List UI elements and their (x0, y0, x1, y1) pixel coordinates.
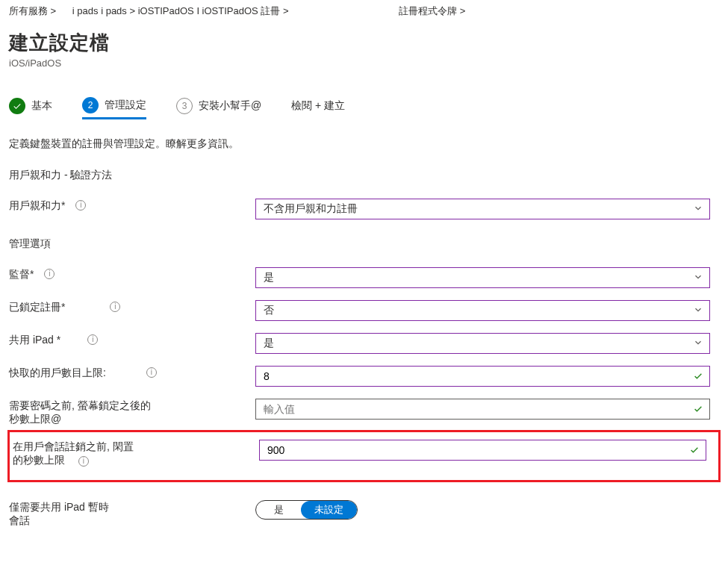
chevron-down-icon (693, 272, 703, 282)
breadcrumb-item-all-services[interactable]: 所有服務 > (9, 4, 56, 18)
breadcrumb-item-token[interactable]: 註冊程式令牌 > (399, 4, 465, 18)
info-icon[interactable]: i (146, 367, 157, 378)
info-icon[interactable]: i (78, 456, 89, 467)
checkmark-icon (693, 404, 703, 414)
chevron-down-icon (693, 305, 703, 315)
step-number-icon: 3 (176, 98, 193, 114)
chevron-down-icon (693, 337, 703, 348)
tab-basics[interactable]: 基本 (9, 93, 52, 119)
step-number-icon: 2 (82, 97, 99, 113)
temporary-session-toggle[interactable]: 是 未設定 (255, 500, 358, 520)
breadcrumb: 所有服務 > i pads i pads > iOSTIPadOS I iOST… (7, 4, 721, 25)
field-label-line2: 會話 (9, 514, 30, 526)
info-icon[interactable]: i (110, 302, 120, 312)
field-label: 快取的用戶數目上限: (9, 366, 106, 379)
check-icon (9, 98, 25, 114)
row-shared-ipad: 共用 iPad * i 是 (7, 328, 721, 361)
row-max-cached-users: 快取的用戶數目上限: i (7, 361, 721, 394)
info-icon[interactable]: i (75, 200, 86, 211)
step-tabs: 基本 2 管理設定 3 安裝小幫手@ 檢閱 + 建立 (7, 93, 721, 119)
field-label: 已鎖定註冊* (9, 300, 65, 314)
locked-enrollment-select[interactable]: 否 (255, 300, 710, 321)
select-value: 否 (264, 304, 274, 317)
idle-seconds-input[interactable] (267, 441, 682, 459)
max-cached-users-input[interactable] (264, 367, 685, 385)
toggle-option-yes[interactable]: 是 (256, 501, 301, 519)
select-value: 是 (264, 337, 274, 350)
tab-label: 檢閱 + 建立 (291, 99, 345, 113)
tab-setup-assistant[interactable]: 3 安裝小幫手@ (176, 93, 261, 119)
chevron-down-icon (693, 203, 703, 213)
breadcrumb-item-ios-enrollment[interactable]: i pads i pads > iOSTIPadOS I iOSTIPadOS … (72, 4, 289, 18)
select-value: 不含用戶親和力註冊 (264, 202, 358, 216)
row-user-affinity: 用戶親和力* i 不含用戶親和力註冊 (7, 194, 721, 227)
tab-label: 基本 (31, 99, 52, 113)
tab-label: 管理設定 (105, 99, 146, 112)
tab-review-create[interactable]: 檢閱 + 建立 (291, 93, 345, 119)
field-label-line2: 的秒數上限 (13, 454, 65, 466)
section-header-management: 管理選項 (7, 227, 721, 263)
row-supervised: 監督* i 是 (7, 263, 721, 296)
info-icon[interactable]: i (87, 334, 98, 345)
field-label: 共用 iPad * (9, 333, 60, 346)
row-temporary-session-only: 僅需要共用 iPad 暫時 會話 是 未設定 (7, 496, 721, 531)
checkmark-icon (693, 371, 703, 381)
lock-screen-seconds-input-wrap (255, 399, 710, 420)
checkmark-icon (689, 445, 700, 455)
supervised-select[interactable]: 是 (255, 267, 710, 288)
user-affinity-select[interactable]: 不含用戶親和力註冊 (255, 199, 710, 219)
toggle-option-unset[interactable]: 未設定 (301, 501, 357, 519)
info-icon[interactable]: i (44, 269, 55, 279)
field-label: 監督* (9, 267, 34, 281)
page-subtitle: iOS/iPadOS (7, 57, 721, 93)
section-description: 定義鍵盤裝置的註冊與管理設定。瞭解更多資訊。 (7, 137, 721, 169)
row-lock-screen-seconds: 需要密碼之前, 螢幕鎖定之後的秒數上限@ (7, 394, 721, 430)
field-label-line1: 在用戶會話註銷之前, 閑置 (13, 440, 134, 452)
section-header-auth: 用戶親和力 - 驗證方法 (7, 169, 721, 194)
row-locked-enrollment: 已鎖定註冊* i 否 (7, 296, 721, 328)
select-value: 是 (264, 271, 274, 284)
idle-seconds-input-wrap (259, 440, 706, 461)
tab-label: 安裝小幫手@ (199, 99, 261, 113)
lock-screen-seconds-input[interactable] (264, 400, 685, 418)
highlighted-row-idle-seconds: 在用戶會話註銷之前, 閑置 的秒數上限 i (7, 430, 721, 482)
field-label: 用戶親和力* (9, 199, 65, 212)
page-title: 建立設定檔 (7, 25, 721, 57)
tab-management-settings[interactable]: 2 管理設定 (82, 93, 146, 119)
field-label: 需要密碼之前, 螢幕鎖定之後的秒數上限@ (9, 399, 151, 425)
field-label-line1: 僅需要共用 iPad 暫時 (9, 501, 109, 513)
shared-ipad-select[interactable]: 是 (255, 333, 710, 354)
max-cached-users-input-wrap (255, 366, 710, 387)
